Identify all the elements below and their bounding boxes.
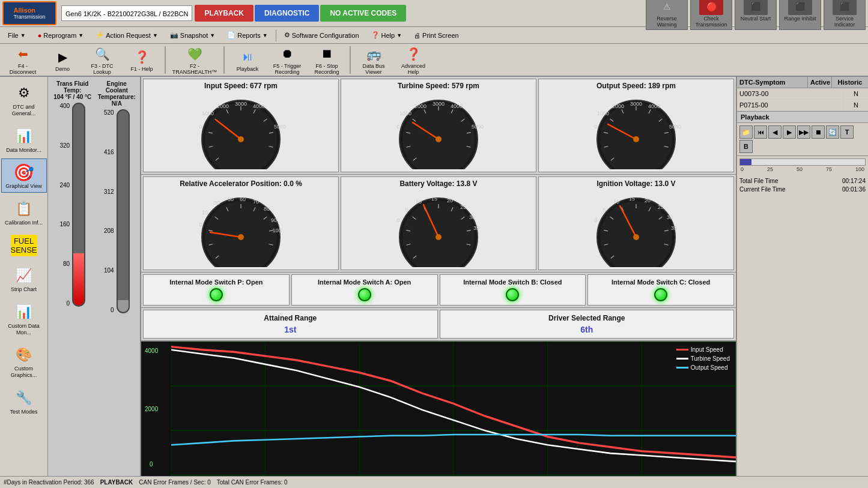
svg-text:5000: 5000 xyxy=(274,124,286,130)
pb-fast-forward-button[interactable]: ▶▶ xyxy=(797,125,810,139)
pb-play-button[interactable]: ▶ xyxy=(783,125,796,139)
pb-b-button[interactable]: B xyxy=(739,140,753,153)
current-file-time-row: Current File Time 00:01:36 xyxy=(739,186,866,193)
f4-disconnect-button[interactable]: ⬅ F4 - Disconnect xyxy=(5,43,41,77)
sidebar-item-dtc-general[interactable]: ⚙ DTC and General... xyxy=(1,79,47,120)
playback-toolbar-label: Playback xyxy=(237,67,259,73)
svg-text:1000: 1000 xyxy=(597,110,609,116)
switch-a: Internal Mode Switch A: Open xyxy=(291,274,438,306)
menu-help[interactable]: ❓ Help ▼ xyxy=(366,29,408,42)
advanced-help-label: Advanced Help xyxy=(397,64,429,76)
menu-action-request[interactable]: ⚡ Action Request ▼ xyxy=(90,29,163,42)
f6-stop-icon: ⏹ xyxy=(317,44,336,64)
status-bar: #Days in Reactivation Period: 366 PLAYBA… xyxy=(0,476,868,488)
f6-stop-button[interactable]: ⏹ F6 - Stop Recording xyxy=(309,43,345,77)
f1-help-button[interactable]: ❓ F1 - Help xyxy=(124,46,160,74)
diagnostic-mode-button[interactable]: DIAGNOSTIC xyxy=(255,5,319,22)
pb-loop-button[interactable]: 🔄 xyxy=(826,125,839,139)
svg-text:20: 20 xyxy=(447,197,453,203)
menu-software-config[interactable]: ⚙ Software Configuration xyxy=(279,29,365,42)
no-codes-button[interactable]: NO ACTIVE CODES xyxy=(320,5,406,22)
advanced-help-icon: ❓ xyxy=(404,44,423,64)
f5-trigger-icon: ⏺ xyxy=(278,44,297,64)
switch-p: Internal Mode Switch P: Open xyxy=(143,274,290,306)
pb-open-button[interactable]: 📁 xyxy=(739,125,753,139)
accel-position-svg: 10 0 30 50 60 70 80 90 100 xyxy=(196,189,286,267)
menu-reprogram[interactable]: ● Reprogram ▼ xyxy=(32,29,90,42)
svg-text:35: 35 xyxy=(671,225,677,231)
chart-y-4000: 4000 xyxy=(145,348,158,354)
custom-graphics-label: Custom Graphics... xyxy=(3,366,45,379)
dtc-symptom-0: U0073-00 xyxy=(737,88,844,99)
menu-software-config-icon: ⚙ xyxy=(284,31,290,39)
trans-tick-0: 0 xyxy=(59,300,70,307)
engine-coolant-thermo: Engine CoolantTemperature: N/A 520 416 3… xyxy=(96,80,138,472)
pb-progress-bar[interactable] xyxy=(739,158,866,166)
sidebar-item-strip-chart[interactable]: 📈 Strip Chart xyxy=(1,262,47,296)
menu-reports[interactable]: 📄 Reports ▼ xyxy=(222,29,273,42)
f3-dtc-lookup-button[interactable]: 🔍 F3 - DTC Lookup xyxy=(84,43,120,77)
menu-snapshot[interactable]: 📷 Snapshot ▼ xyxy=(165,29,220,42)
dtc-active-1: N xyxy=(844,100,868,110)
f4-disconnect-label: F4 - Disconnect xyxy=(7,64,39,76)
svg-text:30: 30 xyxy=(214,200,220,206)
menu-snapshot-label: Snapshot xyxy=(180,32,208,39)
playback-button[interactable]: ⏯ Playback xyxy=(229,46,266,74)
data-bus-viewer-button[interactable]: 🚌 Data Bus Viewer xyxy=(356,43,392,77)
svg-text:80: 80 xyxy=(264,206,270,212)
f2-transhealth-button[interactable]: 💚 F2 - TRANSHEALTH™ xyxy=(171,43,219,77)
svg-text:0: 0 xyxy=(594,124,597,130)
dtc-row-1[interactable]: P0715-00 N xyxy=(737,100,868,111)
pb-back-button[interactable]: ◀ xyxy=(768,125,782,139)
input-speed-svg: 1000 0 2000 3000 4000 5000 xyxy=(196,91,286,169)
svg-text:2000: 2000 xyxy=(414,103,426,109)
pb-progress-fill xyxy=(740,159,751,165)
sidebar-item-custom-graphics[interactable]: 🎨 Custom Graphics... xyxy=(1,341,47,382)
switch-c: Internal Mode Switch C: Closed xyxy=(587,274,734,306)
playback-mode-button[interactable]: PLAYBACK xyxy=(195,5,253,22)
pb-t-button[interactable]: T xyxy=(840,125,854,139)
svg-text:25: 25 xyxy=(460,204,466,210)
chart-svg xyxy=(171,342,736,476)
check-transmission-label: Check Transmission xyxy=(692,16,730,28)
engine-coolant-title: Engine CoolantTemperature: N/A xyxy=(96,80,138,107)
legend-input-speed-label: Input Speed xyxy=(691,346,723,353)
svg-text:90: 90 xyxy=(271,217,277,223)
menu-print-screen[interactable]: 🖨 Print Screen xyxy=(408,29,464,42)
menu-file[interactable]: File ▼ xyxy=(2,29,31,42)
engine-coolant-value: N/A xyxy=(112,100,122,107)
f3-dtc-lookup-icon: 🔍 xyxy=(93,44,112,64)
graphical-view-label: Graphical View xyxy=(5,183,41,190)
demo-button[interactable]: ▶ Demo xyxy=(44,46,80,74)
data-bus-icon: 🚌 xyxy=(364,44,383,64)
sidebar-item-calibration[interactable]: 📋 Calibration Inf... xyxy=(1,195,47,229)
trans-fluid-gauge: 400 320 240 160 80 0 xyxy=(59,103,85,307)
sidebar-item-custom-data-mon[interactable]: 📊 Custom Data Mon... xyxy=(1,298,47,339)
logo-transmission: Transmission xyxy=(13,14,45,20)
menu-file-label: File xyxy=(8,32,19,39)
chart-container: 4000 2000 0 xyxy=(141,342,736,476)
pb-rewind-button[interactable]: ⏮ xyxy=(754,125,767,139)
sidebar-item-graphical-view[interactable]: 🎯 Graphical View xyxy=(1,158,47,193)
status-mode: PLAYBACK xyxy=(100,479,133,486)
f5-trigger-button[interactable]: ⏺ F5 - Trigger Recording xyxy=(269,43,305,77)
svg-point-82 xyxy=(238,234,244,240)
sidebar-item-fuel-sense[interactable]: FUELSENSE xyxy=(1,232,47,259)
sidebar-item-data-monitor[interactable]: 📊 Data Monitor... xyxy=(1,122,47,157)
neutral-start-indicator: ⬛ Neutral Start xyxy=(735,0,777,30)
svg-point-126 xyxy=(633,234,639,240)
svg-text:1000: 1000 xyxy=(399,110,411,116)
logo-allison: Allison xyxy=(13,7,45,14)
gauges-row2: Relative Accelerator Position: 0.0 % xyxy=(141,175,736,273)
dtc-symptom-1: P0715-00 xyxy=(737,100,844,110)
svg-point-39 xyxy=(436,136,442,142)
battery-voltage-title: Battery Voltage: 13.8 V xyxy=(399,179,477,188)
trans-fluid-value: 104 °F / 40 °C xyxy=(53,94,91,100)
trans-tick-240: 240 xyxy=(59,182,70,188)
sidebar-item-test-modes[interactable]: 🔧 Test Modes xyxy=(1,384,47,418)
pb-stop-button[interactable]: ⏹ xyxy=(812,125,825,139)
advanced-help-button[interactable]: ❓ Advanced Help xyxy=(395,43,431,77)
dtc-row-0[interactable]: U0073-00 N xyxy=(737,88,868,100)
svg-text:35: 35 xyxy=(473,225,479,231)
legend-turbine-speed-line xyxy=(676,358,688,360)
